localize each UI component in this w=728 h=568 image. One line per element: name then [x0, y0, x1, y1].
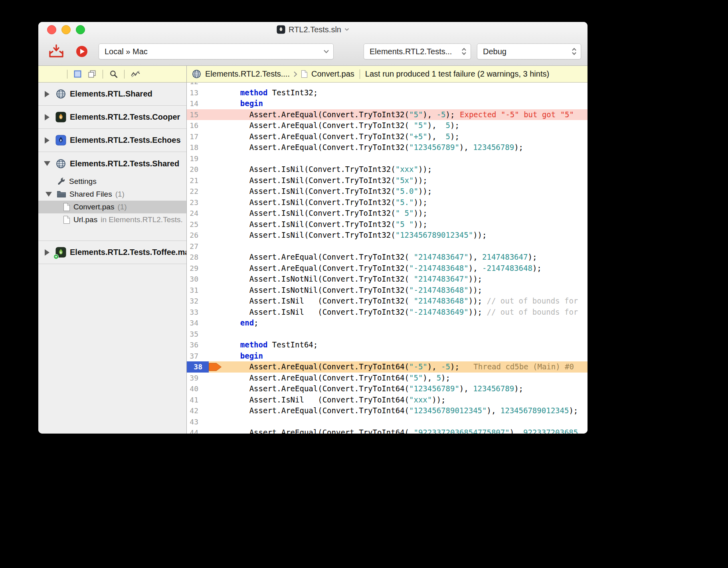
line-number[interactable]: 31: [187, 285, 209, 296]
line-number[interactable]: 37: [187, 351, 209, 362]
breakpoint-gutter[interactable]: [209, 274, 222, 285]
breakpoint-gutter[interactable]: [209, 142, 222, 153]
sidebar-item-convert-pas[interactable]: Convert.pas(1): [38, 201, 186, 213]
breakpoint-gutter[interactable]: [209, 307, 222, 318]
breakpoint-gutter[interactable]: [209, 175, 222, 186]
breakpoint-gutter[interactable]: [209, 153, 222, 164]
line-number[interactable]: 18: [187, 142, 209, 153]
breakpoint-gutter[interactable]: [209, 373, 222, 384]
breakpoint-gutter[interactable]: [209, 208, 222, 219]
breakpoint-gutter[interactable]: [209, 339, 222, 351]
breakpoint-gutter[interactable]: [209, 263, 222, 274]
line-number[interactable]: 44: [187, 427, 209, 434]
panel-icon[interactable]: [74, 70, 81, 78]
line-number[interactable]: 20: [187, 164, 209, 175]
breakpoint-gutter[interactable]: [209, 197, 222, 208]
breadcrumb-project[interactable]: Elements.RTL2.Tests....: [205, 69, 290, 79]
breakpoint-gutter[interactable]: [209, 241, 222, 252]
line-number[interactable]: 36: [187, 339, 209, 351]
breakpoint-gutter[interactable]: [209, 405, 222, 416]
window-chrome: RTL2.Tests.sln Local » Mac Elements.RTL2…: [38, 22, 588, 66]
disclosure-triangle-collapsed-icon[interactable]: [42, 249, 52, 256]
line-number[interactable]: 24: [187, 208, 209, 219]
breakpoint-gutter[interactable]: [209, 186, 222, 197]
sidebar-item-label: Elements.RTL2.Tests.Shared: [70, 159, 179, 168]
breakpoint-gutter[interactable]: [209, 427, 222, 434]
line-number[interactable]: 35: [187, 329, 209, 340]
breakpoint-gutter[interactable]: [209, 416, 222, 428]
line-number[interactable]: 22: [187, 186, 209, 197]
line-number[interactable]: 17: [187, 131, 209, 142]
breakpoint-gutter[interactable]: [209, 252, 222, 263]
line-number[interactable]: 33: [187, 307, 209, 318]
line-number[interactable]: 28: [187, 252, 209, 263]
line-number[interactable]: 39: [187, 373, 209, 384]
whitespace-icon[interactable]: [131, 70, 140, 78]
chevron-right-icon: [293, 71, 297, 77]
breakpoint-gutter[interactable]: [209, 120, 222, 131]
sidebar-item-settings[interactable]: Settings: [38, 175, 186, 188]
breakpoint-gutter[interactable]: [209, 296, 222, 307]
breakpoint-gutter[interactable]: [209, 131, 222, 142]
run-button[interactable]: [75, 45, 88, 58]
sidebar-item-shared-files[interactable]: Shared Files(1): [38, 188, 186, 201]
fireDark-icon: [55, 112, 66, 122]
breakpoint-gutter[interactable]: [209, 394, 222, 406]
breakpoint-gutter[interactable]: [209, 285, 222, 296]
line-number[interactable]: 34: [187, 318, 209, 329]
line-number[interactable]: 40: [187, 383, 209, 394]
sidebar-item-toffee[interactable]: Elements.RTL2.Tests.Toffee.ma: [38, 241, 186, 264]
breakpoint-gutter[interactable]: [209, 219, 222, 230]
breakpoint-gutter[interactable]: [209, 109, 222, 120]
line-number[interactable]: 23: [187, 197, 209, 208]
disclosure-triangle-expanded-icon[interactable]: [42, 161, 52, 166]
line-number[interactable]: 27: [187, 241, 209, 252]
breakpoint-gutter[interactable]: [209, 83, 222, 87]
disclosure-triangle-expanded-icon[interactable]: [44, 192, 53, 197]
breakpoint-gutter[interactable]: [209, 318, 222, 329]
config-dropdown[interactable]: Debug: [477, 43, 581, 59]
line-number[interactable]: 19: [187, 153, 209, 164]
sidebar-item-rtl-shared[interactable]: Elements.RTL.Shared: [38, 83, 186, 106]
breakpoint-gutter[interactable]: [209, 329, 222, 340]
line-number[interactable]: 14: [187, 98, 209, 109]
breakpoint-gutter[interactable]: [209, 164, 222, 175]
breakpoint-gutter[interactable]: [209, 87, 222, 99]
project-dropdown[interactable]: Elements.RTL2.Tests...: [364, 43, 471, 59]
execution-pointer-icon: [209, 361, 222, 373]
titlebar[interactable]: RTL2.Tests.sln: [38, 22, 588, 37]
line-number[interactable]: 15: [187, 109, 209, 120]
disclosure-triangle-collapsed-icon[interactable]: [42, 91, 52, 97]
disclosure-triangle-collapsed-icon[interactable]: [42, 114, 52, 120]
sidebar-item-echoes[interactable]: Elements.RTL2.Tests.Echoes: [38, 129, 186, 152]
sidebar-item-rtl2-shared[interactable]: Elements.RTL2.Tests.Shared: [38, 152, 186, 175]
build-button[interactable]: [48, 44, 65, 59]
title-chevron-icon[interactable]: [344, 28, 349, 31]
breakpoint-gutter[interactable]: [209, 351, 222, 362]
search-icon[interactable]: [109, 70, 118, 78]
breakpoint-gutter[interactable]: [209, 383, 222, 394]
disclosure-triangle-collapsed-icon[interactable]: [42, 137, 52, 144]
line-number[interactable]: 32: [187, 296, 209, 307]
breakpoint-gutter[interactable]: [209, 98, 222, 109]
line-number[interactable]: 25: [187, 219, 209, 230]
line-number[interactable]: 26: [187, 230, 209, 241]
line-number[interactable]: 30: [187, 274, 209, 285]
sidebar-item-url-pas[interactable]: Url.pasin Elements.RTL2.Tests.: [38, 213, 186, 226]
line-number[interactable]: 12: [187, 83, 209, 87]
line-number[interactable]: 29: [187, 263, 209, 274]
line-number[interactable]: 42: [187, 405, 209, 416]
breadcrumb-file[interactable]: Convert.pas: [311, 69, 354, 79]
line-number[interactable]: 43: [187, 416, 209, 428]
code-text: Assert.IsNil(Convert.TryToInt32("5x"));: [222, 175, 427, 186]
copy-icon[interactable]: [88, 70, 96, 78]
line-number[interactable]: 16: [187, 120, 209, 131]
target-dropdown[interactable]: Local » Mac: [99, 43, 334, 59]
sidebar-item-cooper[interactable]: Elements.RTL2.Tests.Cooper: [38, 106, 186, 129]
line-number[interactable]: 38: [187, 361, 209, 373]
breakpoint-gutter[interactable]: [209, 230, 222, 241]
line-number[interactable]: 21: [187, 175, 209, 186]
code-editor[interactable]: 1213 method TestInt32;14 begin15 Assert.…: [187, 83, 588, 434]
line-number[interactable]: 13: [187, 87, 209, 99]
line-number[interactable]: 41: [187, 394, 209, 406]
